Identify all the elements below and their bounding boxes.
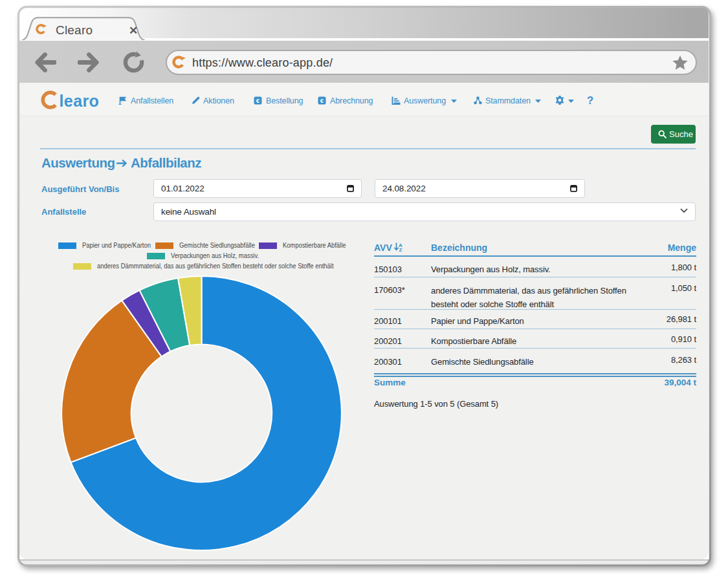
svg-text:€: € — [320, 97, 324, 104]
svg-text:Z: Z — [399, 247, 403, 252]
svg-text:learo: learo — [60, 92, 100, 110]
svg-text:€: € — [256, 97, 260, 104]
